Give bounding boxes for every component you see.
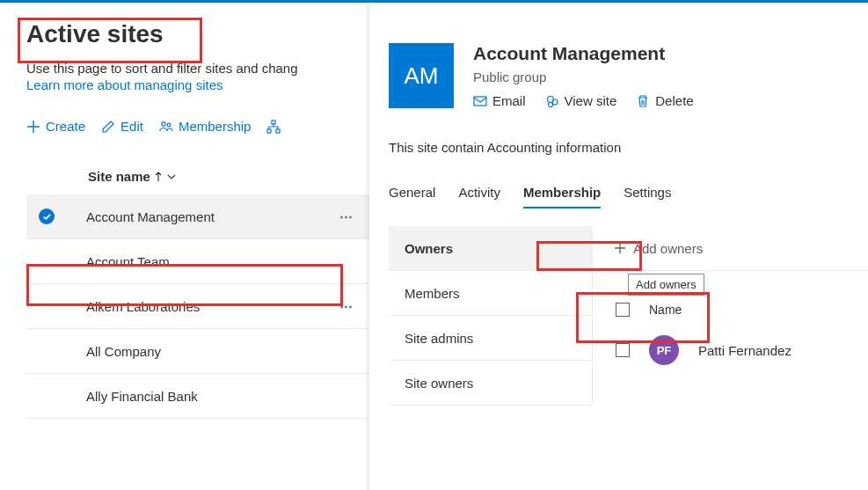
group-site-owners[interactable]: Site owners [389, 361, 592, 406]
add-owners-button[interactable]: Add owners [593, 226, 868, 271]
add-owners-label: Add owners [633, 241, 703, 256]
chevron-down-icon [166, 172, 177, 182]
page-title: Active sites [26, 20, 369, 48]
more-icon[interactable]: ⋯ [339, 298, 354, 314]
create-button[interactable]: Create [26, 119, 85, 134]
column-header-site-name[interactable]: Site name [88, 169, 177, 184]
site-name: Alkem Laboratories [86, 299, 200, 314]
panel-subtitle: Public group [473, 69, 694, 84]
checkmark-icon[interactable] [39, 208, 55, 224]
more-icon[interactable]: ⋯ [339, 208, 354, 224]
svg-rect-5 [474, 97, 486, 106]
site-name: Account Management [86, 209, 215, 224]
email-label: Email [492, 93, 526, 108]
svg-rect-4 [276, 129, 280, 133]
plus-icon [614, 242, 626, 254]
avatar: PF [649, 335, 679, 365]
site-name: All Company [86, 344, 161, 359]
tab-activity[interactable]: Activity [458, 185, 500, 208]
view-site-button[interactable]: View site [545, 93, 617, 108]
panel-title: Account Management [473, 43, 694, 64]
group-site-admins[interactable]: Site admins [389, 316, 592, 361]
mail-icon [473, 94, 487, 108]
view-label: View site [565, 93, 617, 108]
edit-label: Edit [120, 119, 143, 134]
site-name: Account Team [86, 254, 170, 269]
column-header-name: Name [649, 303, 682, 317]
table-row[interactable]: Alkem Laboratories ⋯ [26, 284, 369, 329]
page-description: Use this page to sort and filter sites a… [26, 61, 422, 76]
tab-membership[interactable]: Membership [523, 185, 601, 208]
hub-icon [266, 120, 281, 134]
sharepoint-icon [545, 94, 559, 108]
sort-up-icon [154, 172, 163, 182]
site-name: Ally Financial Bank [86, 389, 198, 404]
membership-button[interactable]: Membership [159, 119, 252, 134]
svg-rect-2 [272, 121, 275, 124]
people-icon [159, 120, 173, 134]
tooltip: Add owners [628, 274, 704, 296]
edit-button[interactable]: Edit [101, 119, 143, 134]
col-label: Site name [88, 169, 150, 184]
table-row[interactable]: All Company [26, 329, 369, 374]
table-row[interactable]: Account Team [26, 239, 369, 284]
svg-rect-3 [267, 129, 271, 133]
group-members[interactable]: Members [389, 271, 592, 316]
trash-icon [636, 94, 650, 108]
svg-point-1 [167, 123, 171, 127]
member-checkbox[interactable] [616, 343, 630, 357]
table-row[interactable]: Account Management ⋯ [26, 194, 369, 239]
svg-point-8 [548, 102, 552, 106]
pencil-icon [101, 120, 115, 134]
hub-button[interactable] [266, 120, 281, 134]
plus-icon [26, 120, 40, 134]
membership-label: Membership [179, 119, 252, 134]
select-all-checkbox[interactable] [616, 303, 630, 317]
delete-button[interactable]: Delete [636, 93, 693, 108]
member-row[interactable]: PF Patti Fernandez [593, 327, 868, 373]
table-row[interactable]: Ally Financial Bank [26, 374, 369, 419]
learn-more-link[interactable]: Learn more about managing sites [26, 77, 222, 92]
group-owners[interactable]: Owners [389, 226, 592, 271]
site-description: This site contain Accounting information [389, 140, 868, 155]
tab-general[interactable]: General [389, 185, 435, 208]
site-avatar: AM [389, 43, 454, 108]
create-label: Create [46, 119, 85, 134]
delete-label: Delete [655, 93, 693, 108]
tab-settings[interactable]: Settings [624, 185, 671, 208]
member-name: Patti Fernandez [698, 343, 791, 358]
email-button[interactable]: Email [473, 93, 526, 108]
svg-point-0 [162, 121, 165, 125]
